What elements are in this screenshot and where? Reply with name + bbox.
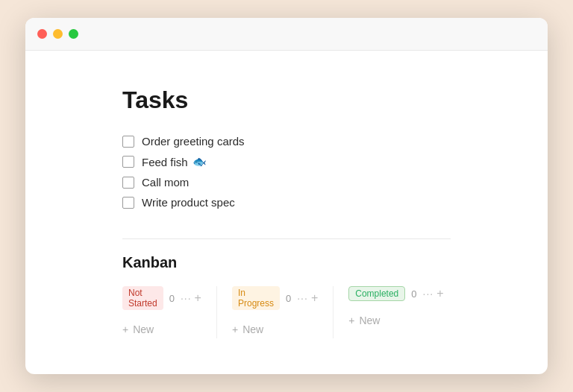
kanban-add-in-progress[interactable]: + xyxy=(311,291,318,305)
list-item: Call mom xyxy=(122,176,451,189)
kanban-column-in-progress: In Progress 0 ··· + + New xyxy=(232,286,333,338)
task-list: Order greeting cards Feed fish 🐟 Call mo… xyxy=(122,135,451,209)
kanban-new-button-in-progress[interactable]: + New xyxy=(232,320,318,338)
kanban-column-header-in-progress: In Progress 0 ··· + xyxy=(232,286,318,310)
minimize-button[interactable] xyxy=(53,29,63,39)
kanban-board: Not Started 0 ··· + + New In Progress xyxy=(122,286,451,338)
fish-emoji: 🐟 xyxy=(192,155,207,168)
kanban-new-plus-icon: + xyxy=(122,323,128,335)
kanban-new-plus-icon-2: + xyxy=(232,323,238,335)
kanban-divider xyxy=(122,238,451,239)
list-item: Order greeting cards xyxy=(122,135,451,148)
kanban-dots-completed[interactable]: ··· xyxy=(423,288,434,300)
kanban-dots-in-progress[interactable]: ··· xyxy=(297,292,308,304)
titlebar xyxy=(25,18,548,51)
page-title: Tasks xyxy=(122,86,451,114)
task-checkbox-2[interactable] xyxy=(122,156,134,168)
kanban-new-button-not-started[interactable]: + New xyxy=(122,320,201,338)
main-content: Tasks Order greeting cards Feed fish 🐟 xyxy=(25,51,548,374)
list-item: Feed fish 🐟 xyxy=(122,155,451,168)
kanban-actions-completed: ··· + xyxy=(423,287,444,300)
task-label-3: Call mom xyxy=(142,176,189,189)
task-checkbox-4[interactable] xyxy=(122,197,134,209)
kanban-new-label-completed: New xyxy=(359,314,380,326)
kanban-actions-not-started: ··· + xyxy=(181,291,201,305)
kanban-badge-completed: Completed xyxy=(348,286,405,301)
kanban-dots-not-started[interactable]: ··· xyxy=(181,292,192,304)
kanban-column-header-completed: Completed 0 ··· + xyxy=(348,286,443,301)
task-label-1: Order greeting cards xyxy=(142,135,245,148)
task-checkbox-1[interactable] xyxy=(122,136,134,148)
list-item: Write product spec xyxy=(122,196,451,209)
kanban-badge-not-started: Not Started xyxy=(122,286,163,310)
kanban-new-plus-icon-3: + xyxy=(348,314,354,326)
kanban-col-divider-2 xyxy=(333,286,334,338)
close-button[interactable] xyxy=(37,29,47,39)
app-window: Tasks Order greeting cards Feed fish 🐟 xyxy=(25,18,548,374)
task-label-2: Feed fish 🐟 xyxy=(142,155,207,168)
task-checkbox-3[interactable] xyxy=(122,177,134,189)
task-label-4: Write product spec xyxy=(142,196,235,209)
kanban-col-divider-1 xyxy=(216,286,217,338)
kanban-count-in-progress: 0 xyxy=(286,293,291,304)
kanban-new-label-in-progress: New xyxy=(242,323,263,335)
kanban-add-completed[interactable]: + xyxy=(436,287,443,300)
kanban-column-header-not-started: Not Started 0 ··· + xyxy=(122,286,201,310)
kanban-column-not-started: Not Started 0 ··· + + New xyxy=(122,286,216,338)
kanban-actions-in-progress: ··· + xyxy=(297,291,318,305)
kanban-count-completed: 0 xyxy=(411,288,416,300)
kanban-new-label-not-started: New xyxy=(133,323,154,335)
maximize-button[interactable] xyxy=(69,29,78,39)
kanban-column-completed: Completed 0 ··· + + New xyxy=(348,286,458,338)
kanban-add-not-started[interactable]: + xyxy=(195,291,201,305)
kanban-new-button-completed[interactable]: + New xyxy=(348,312,443,329)
kanban-section-title: Kanban xyxy=(122,254,451,271)
kanban-count-not-started: 0 xyxy=(169,293,175,304)
kanban-badge-in-progress: In Progress xyxy=(232,286,280,310)
